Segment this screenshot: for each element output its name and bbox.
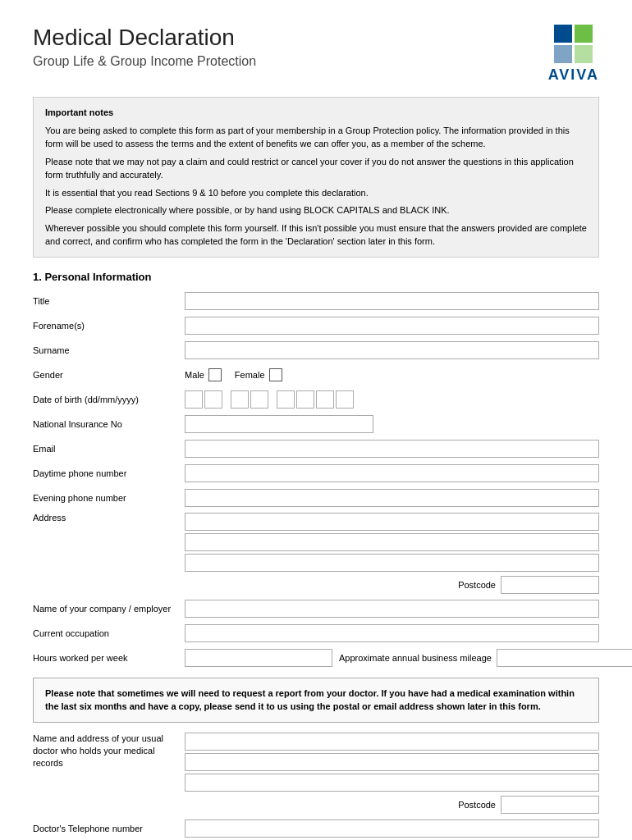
gender-label: Gender	[33, 370, 185, 380]
doctor-phone-input[interactable]	[185, 819, 599, 838]
title-label: Title	[33, 296, 185, 306]
hours-input[interactable]	[185, 649, 332, 667]
surname-input[interactable]	[185, 341, 599, 359]
dob-y2[interactable]	[296, 390, 314, 409]
occupation-label: Current occupation	[33, 628, 185, 638]
ni-input[interactable]	[185, 415, 373, 433]
gender-male-label: Male	[185, 370, 204, 380]
email-row: Email	[33, 439, 599, 459]
doctor-address-inputs: Postcode	[185, 733, 599, 814]
gender-row: Gender Male Female	[33, 365, 599, 385]
dob-y4[interactable]	[336, 390, 354, 409]
aviva-brand-text: AVIVA	[548, 66, 599, 84]
page-header: Medical Declaration Group Life & Group I…	[33, 25, 599, 84]
logo-square-1	[554, 25, 572, 43]
important-note-2: Please note that we may not pay a claim …	[45, 155, 587, 182]
dob-m2[interactable]	[250, 390, 268, 409]
gender-female-label: Female	[235, 370, 265, 380]
ni-row: National Insurance No	[33, 414, 599, 434]
gender-male-checkbox[interactable]	[208, 368, 222, 381]
daytime-phone-input[interactable]	[185, 464, 599, 482]
doctor-address-line-3[interactable]	[185, 774, 599, 792]
mileage-input[interactable]	[497, 649, 632, 667]
postcode-row: Postcode	[185, 576, 599, 594]
gender-male-option: Male	[185, 368, 222, 381]
doctor-address-label: Name and address of your usual doctor wh…	[33, 733, 185, 770]
address-line-3[interactable]	[185, 554, 599, 572]
dob-d2[interactable]	[204, 390, 222, 409]
gender-options: Male Female	[185, 368, 282, 381]
forenames-row: Forename(s)	[33, 316, 599, 336]
dob-m1[interactable]	[231, 390, 249, 409]
logo-square-4	[575, 45, 593, 63]
important-notes-heading: Important notes	[45, 106, 587, 120]
address-line-1[interactable]	[185, 513, 599, 531]
company-row: Name of your company / employer	[33, 599, 599, 619]
gender-female-option: Female	[235, 368, 282, 381]
forenames-input[interactable]	[185, 317, 599, 335]
company-input[interactable]	[185, 600, 599, 618]
daytime-phone-row: Daytime phone number	[33, 463, 599, 483]
company-label: Name of your company / employer	[33, 604, 185, 614]
notice-text: Please note that sometimes we will need …	[45, 688, 575, 712]
page-title: Medical Declaration	[33, 25, 256, 51]
dob-label: Date of birth (dd/mm/yyyy)	[33, 395, 185, 404]
evening-phone-row: Evening phone number	[33, 488, 599, 508]
doctor-postcode-input[interactable]	[501, 796, 599, 814]
notice-box: Please note that sometimes we will need …	[33, 678, 599, 723]
important-note-5: Wherever possible you should complete th…	[45, 221, 587, 249]
header-titles: Medical Declaration Group Life & Group I…	[33, 25, 256, 69]
doctor-address-line-2[interactable]	[185, 753, 599, 771]
dob-y1[interactable]	[277, 390, 295, 409]
important-note-1: You are being asked to complete this for…	[45, 124, 587, 151]
important-note-3: It is essential that you read Sections 9…	[45, 186, 587, 200]
occupation-row: Current occupation	[33, 623, 599, 643]
email-label: Email	[33, 444, 185, 454]
important-note-4: Please complete electronically where pos…	[45, 203, 587, 217]
address-inputs: Postcode	[185, 513, 599, 594]
postcode-input[interactable]	[501, 576, 599, 594]
doctor-phone-label: Doctor's Telephone number	[33, 824, 185, 833]
title-row: Title	[33, 291, 599, 311]
doctor-address-line-1[interactable]	[185, 733, 599, 751]
postcode-label: Postcode	[458, 580, 496, 590]
aviva-logo-squares	[554, 25, 593, 63]
daytime-phone-label: Daytime phone number	[33, 468, 185, 478]
dob-inputs	[185, 390, 354, 409]
hours-mileage-area: Approximate annual business mileage	[185, 649, 632, 667]
gender-female-checkbox[interactable]	[269, 368, 282, 381]
address-line-2[interactable]	[185, 533, 599, 551]
surname-row: Surname	[33, 340, 599, 360]
doctor-address-row: Name and address of your usual doctor wh…	[33, 733, 599, 814]
surname-label: Surname	[33, 345, 185, 355]
evening-phone-input[interactable]	[185, 489, 599, 507]
hours-label: Hours worked per week	[33, 653, 185, 663]
aviva-logo: AVIVA	[548, 25, 599, 84]
occupation-input[interactable]	[185, 624, 599, 642]
page-subtitle: Group Life & Group Income Protection	[33, 54, 256, 69]
section1-heading: 1. Personal Information	[33, 271, 599, 283]
logo-square-3	[554, 45, 572, 63]
title-input[interactable]	[185, 292, 599, 310]
address-row: Address Postcode	[33, 513, 599, 594]
address-label: Address	[33, 513, 185, 523]
hours-row: Hours worked per week Approximate annual…	[33, 648, 599, 668]
mileage-label: Approximate annual business mileage	[339, 653, 492, 663]
dob-d1[interactable]	[185, 390, 203, 409]
evening-phone-label: Evening phone number	[33, 493, 185, 503]
forenames-label: Forename(s)	[33, 321, 185, 331]
email-input[interactable]	[185, 440, 599, 458]
doctor-postcode-label: Postcode	[458, 800, 496, 810]
ni-label: National Insurance No	[33, 419, 185, 429]
important-notes-box: Important notes You are being asked to c…	[33, 97, 599, 258]
doctor-postcode-row: Postcode	[185, 796, 599, 814]
dob-y3[interactable]	[316, 390, 334, 409]
dob-row: Date of birth (dd/mm/yyyy)	[33, 390, 599, 409]
logo-square-2	[575, 25, 593, 43]
doctor-phone-row: Doctor's Telephone number	[33, 819, 599, 838]
